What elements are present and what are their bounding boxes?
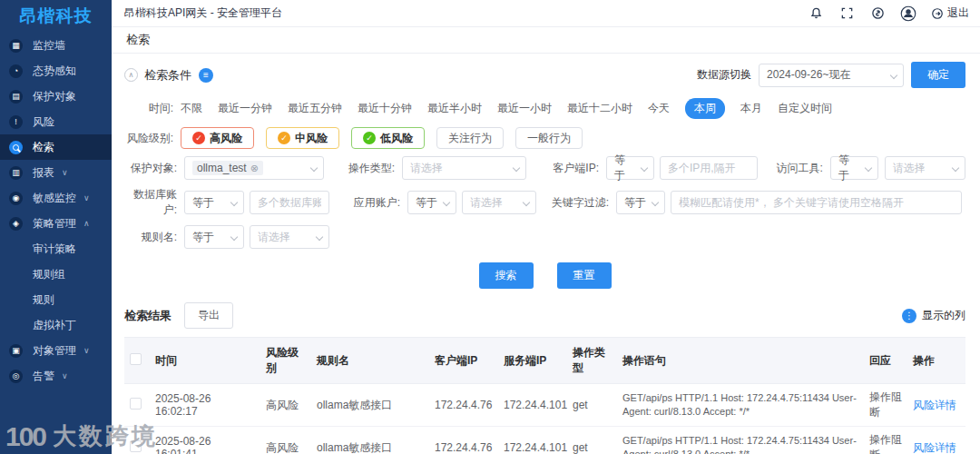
- collapse-icon[interactable]: ∧: [124, 68, 138, 82]
- risk-medium-toggle[interactable]: ✓ 中风险: [266, 127, 339, 149]
- rule-select[interactable]: 请选择: [250, 225, 329, 249]
- sidebar-item-monitor-wall[interactable]: ▦ 监控墙: [0, 33, 112, 58]
- export-button[interactable]: 导出: [184, 302, 233, 329]
- results-header: 检索结果 导出 ⋮ 显示的列: [124, 302, 965, 329]
- risk-detail-link[interactable]: 风险详情: [913, 399, 956, 411]
- sidebar-item-object-management[interactable]: ▣ 对象管理 ∨: [0, 338, 112, 363]
- sidebar-subitem-virtual-patch[interactable]: 虚拟补丁: [0, 312, 112, 338]
- keyword-input[interactable]: [671, 191, 962, 214]
- tool-op-select[interactable]: 等于: [830, 156, 878, 180]
- bell-icon[interactable]: [808, 5, 824, 22]
- check-icon: ✓: [278, 132, 290, 144]
- client-ip-input[interactable]: [660, 156, 758, 180]
- time-option-5min[interactable]: 最近五分钟: [288, 101, 342, 116]
- time-filter-row: 时间: 不限 最近一分钟 最近五分钟 最近十分钟 最近半小时 最近一小时 最近十…: [124, 98, 965, 119]
- time-option-this-week[interactable]: 本周: [685, 98, 725, 119]
- time-option-custom[interactable]: 自定义时间: [778, 101, 832, 116]
- risk-detail-link[interactable]: 风险详情: [913, 441, 956, 454]
- sidebar-item-sensitive-monitor[interactable]: ◉ 敏感监控 ∨: [0, 185, 112, 211]
- time-option-10min[interactable]: 最近十分钟: [358, 101, 412, 116]
- sidebar-item-search[interactable]: 检索: [0, 134, 112, 160]
- sidebar-item-reports[interactable]: ▥ 报表 ∨: [0, 160, 112, 185]
- cell-op-type: get: [567, 427, 617, 454]
- sidebar-subitem-audit-policy[interactable]: 审计策略: [0, 236, 112, 262]
- client-ip-op-select[interactable]: 等于: [606, 156, 654, 180]
- sidebar-item-label: 保护对象: [33, 89, 76, 104]
- chevron-down-icon: ∨: [83, 346, 90, 355]
- col-server-ip: 服务端IP: [498, 338, 567, 384]
- results-title: 检索结果: [124, 308, 172, 324]
- close-icon[interactable]: ⊗: [250, 163, 259, 174]
- sidebar-item-risk[interactable]: ! 风险: [0, 109, 112, 134]
- sidebar-item-protected-objects[interactable]: ▤ 保护对象: [0, 84, 112, 109]
- cell-op-type: get: [567, 384, 617, 427]
- monitor-icon: ▦: [9, 39, 23, 53]
- op-type-select[interactable]: 请选择: [402, 156, 526, 180]
- risk-normal-toggle[interactable]: 一般行为: [515, 127, 583, 149]
- search-button[interactable]: 搜索: [479, 262, 534, 289]
- sidebar-item-label: 规则: [33, 292, 54, 308]
- db-account-input[interactable]: [250, 191, 329, 214]
- filter-row-2: 数据库账户: 等于 应用账户: 等于 请选择 关键字过滤: 等于: [124, 187, 965, 218]
- cell-response: 操作阻断: [864, 427, 907, 454]
- logout-button[interactable]: 退出: [931, 5, 969, 21]
- cell-response: 操作阻断: [864, 384, 907, 427]
- keyword-op-select[interactable]: 等于: [616, 191, 665, 214]
- col-rule-name: 规则名: [311, 338, 429, 384]
- protect-tag: ollma_test ⊗: [192, 161, 263, 175]
- sidebar-item-situation[interactable]: ◔ 态势感知: [0, 58, 112, 84]
- reset-button[interactable]: 重置: [557, 262, 612, 289]
- sidebar-subitem-rule[interactable]: 规则: [0, 287, 112, 312]
- row-checkbox[interactable]: [130, 440, 142, 452]
- time-option-12hour[interactable]: 最近十二小时: [567, 101, 632, 116]
- datasource-label: 数据源切换: [697, 67, 751, 83]
- db-account-op-select[interactable]: 等于: [184, 191, 244, 214]
- time-option-unlimited[interactable]: 不限: [181, 101, 202, 116]
- datasource-select[interactable]: 2024-09-26~现在: [759, 64, 904, 87]
- page-title: 检索: [126, 32, 150, 48]
- eye-icon: ◉: [9, 192, 23, 205]
- app-title: 昂楷科技API网关 - 安全管理平台: [124, 5, 282, 21]
- risk-watch-toggle[interactable]: 关注行为: [436, 127, 504, 149]
- sidebar-item-label: 监控墙: [33, 38, 65, 54]
- select-all-checkbox[interactable]: [130, 353, 142, 365]
- chevron-down-icon: [641, 164, 648, 172]
- fullscreen-icon[interactable]: [838, 5, 855, 22]
- chevron-down-icon: [310, 164, 318, 172]
- app-account-label: 应用账户:: [329, 195, 407, 211]
- top-bar: 昂楷科技API网关 - 安全管理平台 退出: [112, 0, 980, 27]
- row-checkbox[interactable]: [130, 398, 142, 410]
- app-account-op-select[interactable]: 等于: [407, 191, 456, 214]
- time-option-30min[interactable]: 最近半小时: [427, 101, 482, 116]
- show-columns-control[interactable]: ⋮ 显示的列: [902, 308, 965, 323]
- filter-header: ∧ 检索条件 ≡ 数据源切换 2024-09-26~现在 确定: [124, 62, 965, 88]
- app-account-select[interactable]: 请选择: [462, 191, 536, 214]
- main-area: 昂楷科技API网关 - 安全管理平台 退出: [112, 0, 980, 454]
- chevron-down-icon: [865, 164, 872, 172]
- sidebar-item-policy-management[interactable]: ◈ 策略管理 ∧: [0, 211, 112, 236]
- time-option-1hour[interactable]: 最近一小时: [497, 101, 552, 116]
- chevron-down-icon: [523, 199, 530, 206]
- time-option-this-month[interactable]: 本月: [740, 101, 762, 116]
- client-ip-label: 客户端IP:: [526, 161, 606, 176]
- rule-op-select[interactable]: 等于: [184, 225, 244, 249]
- sidebar-item-alerts[interactable]: ◎ 告警 ∨: [0, 363, 112, 389]
- risk-low-toggle[interactable]: ✓ 低风险: [351, 127, 425, 149]
- sidebar-item-label: 虚拟补丁: [33, 318, 76, 333]
- col-statement: 操作语句: [617, 338, 864, 384]
- protect-select[interactable]: ollma_test ⊗: [184, 156, 324, 180]
- risk-label: 风险级别:: [124, 131, 181, 146]
- cell-client-ip: 172.24.4.76: [429, 427, 498, 454]
- results-table: 时间 风险级别 规则名 客户端IP 服务端IP 操作类型 操作语句 回应 操作: [124, 338, 965, 454]
- time-option-today[interactable]: 今天: [648, 101, 670, 116]
- avatar[interactable]: [900, 5, 916, 22]
- tool-select[interactable]: 请选择: [885, 156, 965, 180]
- datasource-confirm-button[interactable]: 确定: [911, 62, 965, 88]
- sidebar-subitem-rule-group[interactable]: 规则组: [0, 262, 112, 287]
- situation-icon: ◔: [9, 64, 23, 78]
- time-option-1min[interactable]: 最近一分钟: [218, 101, 272, 116]
- filter-menu-icon[interactable]: ≡: [199, 68, 213, 83]
- risk-high-toggle[interactable]: ✓ 高风险: [181, 127, 254, 149]
- cell-rule-name: ollama敏感接口: [311, 427, 429, 454]
- link-icon[interactable]: [869, 5, 886, 22]
